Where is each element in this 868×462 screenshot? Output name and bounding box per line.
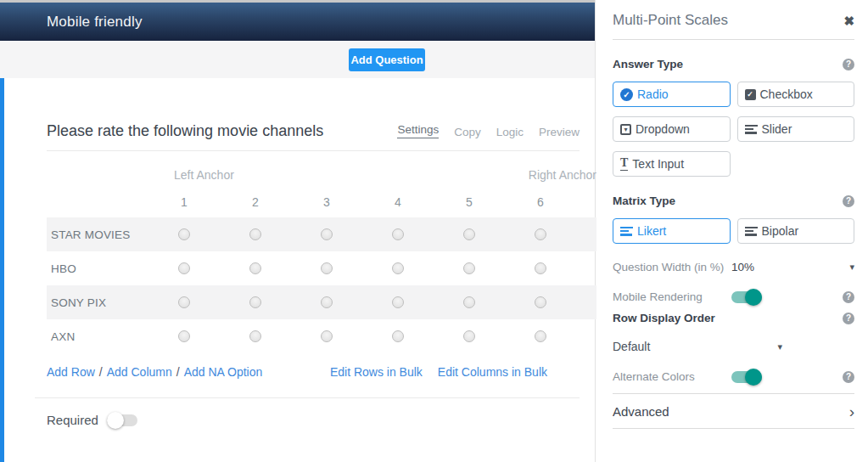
row-display-order-select[interactable]: Default ▾	[613, 340, 782, 353]
radio-button-icon[interactable]	[321, 330, 333, 342]
radio-button-icon[interactable]	[321, 228, 333, 240]
answer-type-text-input-button[interactable]: T Text Input	[613, 151, 731, 177]
matrix-type-likert-button[interactable]: Likert	[613, 218, 731, 244]
add-na-option-link[interactable]: Add NA Option	[184, 365, 263, 379]
option-label: Text Input	[632, 157, 684, 171]
chevron-right-icon: ›	[849, 403, 854, 420]
matrix-row-label: AXN	[47, 330, 148, 343]
radio-button-icon[interactable]	[178, 262, 190, 274]
matrix-type-bipolar-button[interactable]: Bipolar	[737, 218, 855, 244]
radio-button-icon[interactable]	[249, 228, 261, 240]
radio-button-icon[interactable]	[321, 262, 333, 274]
caret-down-icon[interactable]: ▾	[849, 262, 854, 273]
row-display-order-section-head: Row Display Order ?	[613, 312, 854, 324]
radio-button-icon[interactable]	[535, 296, 546, 308]
answer-type-checkbox-button[interactable]: ✓ Checkbox	[737, 82, 855, 107]
link-separator: /	[176, 365, 180, 379]
toggle-knob	[107, 412, 124, 429]
alternate-colors-label: Alternate Colors	[613, 370, 731, 383]
matrix-row-label: HBO	[47, 262, 148, 275]
radio-button-icon[interactable]	[249, 330, 261, 342]
matrix-row: HBO	[47, 251, 596, 285]
tab-preview[interactable]: Preview	[539, 126, 580, 138]
matrix-type-options: Likert Bipolar	[613, 218, 854, 244]
matrix-row: SONY PIX	[47, 285, 596, 319]
answer-type-section-head: Answer Type ?	[613, 58, 854, 70]
question-title[interactable]: Please rate the following movie channels	[47, 122, 323, 140]
radio-button-icon[interactable]	[178, 296, 190, 308]
radio-button-icon[interactable]	[178, 228, 190, 240]
mobile-rendering-toggle[interactable]	[731, 291, 762, 303]
radio-button-icon[interactable]	[463, 262, 475, 274]
settings-panel: Multi-Point Scales ✖ Answer Type ? ✓ Rad…	[595, 0, 868, 462]
radio-button-icon[interactable]	[392, 330, 404, 342]
matrix-column-header: 5	[466, 195, 473, 209]
matrix-type-section-head: Matrix Type ?	[613, 194, 854, 207]
question-tabs: Settings Copy Logic Preview	[397, 123, 580, 140]
matrix-column-header: 6	[537, 195, 544, 209]
matrix-row: STAR MOVIES	[47, 217, 596, 251]
radio-button-icon[interactable]	[321, 296, 333, 308]
advanced-label: Advanced	[613, 404, 669, 419]
alternate-colors-toggle[interactable]	[731, 371, 762, 383]
help-icon[interactable]: ?	[843, 291, 854, 303]
edit-rows-in-bulk-link[interactable]: Edit Rows in Bulk	[330, 365, 423, 379]
answer-type-slider-button[interactable]: Slider	[737, 116, 855, 142]
answer-type-dropdown-button[interactable]: ▾ Dropdown	[613, 116, 731, 142]
option-label: Bipolar	[762, 224, 799, 238]
question-header: Please rate the following movie channels…	[47, 122, 580, 140]
answer-type-radio-button[interactable]: ✓ Radio	[613, 82, 731, 107]
question-width-row: Question Width (in %) 10% ▾	[613, 261, 854, 273]
link-separator: /	[99, 365, 103, 379]
help-icon[interactable]: ?	[843, 313, 854, 324]
edit-columns-in-bulk-link[interactable]: Edit Columns in Bulk	[438, 365, 547, 379]
help-icon[interactable]: ?	[843, 371, 854, 383]
right-anchor-label: Right Anchor	[529, 168, 596, 182]
add-row-link[interactable]: Add Row	[47, 365, 95, 379]
matrix-column-header: 1	[181, 195, 188, 209]
check-circle-icon: ✓	[620, 88, 633, 101]
radio-button-icon[interactable]	[249, 262, 261, 274]
question-width-value[interactable]: 10%	[731, 261, 754, 273]
close-icon[interactable]: ✖	[843, 14, 854, 27]
footer-divider	[35, 397, 580, 398]
matrix-links-row: Add Row / Add Column / Add NA Option Edi…	[47, 365, 596, 379]
radio-button-icon[interactable]	[535, 330, 546, 342]
radio-button-icon[interactable]	[463, 296, 475, 308]
panel-divider	[613, 428, 854, 429]
tab-settings[interactable]: Settings	[397, 123, 439, 138]
radio-button-icon[interactable]	[392, 228, 404, 240]
add-column-link[interactable]: Add Column	[107, 365, 172, 379]
radio-button-icon[interactable]	[392, 296, 404, 308]
radio-button-icon[interactable]	[535, 262, 546, 274]
help-icon[interactable]: ?	[843, 195, 854, 207]
row-display-order-label: Row Display Order	[613, 312, 715, 324]
mobile-rendering-label: Mobile Rendering	[613, 290, 731, 303]
option-label: Likert	[637, 224, 666, 238]
option-label: Checkbox	[760, 87, 813, 101]
panel-title: Multi-Point Scales	[613, 12, 728, 29]
dropdown-icon: ▾	[620, 124, 631, 135]
advanced-section-toggle[interactable]: Advanced ›	[613, 394, 854, 428]
radio-button-icon[interactable]	[392, 262, 404, 274]
radio-button-icon[interactable]	[535, 228, 546, 240]
matrix-row: AXN	[47, 319, 596, 353]
required-label: Required	[47, 413, 98, 427]
add-question-button[interactable]: Add Question	[349, 48, 425, 71]
panel-divider	[613, 39, 854, 40]
radio-button-icon[interactable]	[463, 330, 475, 342]
matrix-column-header: 2	[252, 195, 259, 209]
survey-title: Mobile friendly	[47, 14, 143, 31]
tab-logic[interactable]: Logic	[496, 126, 524, 138]
radio-button-icon[interactable]	[463, 228, 475, 240]
tab-copy[interactable]: Copy	[454, 126, 481, 138]
matrix-anchors-row: Left Anchor Right Anchor	[47, 163, 596, 187]
help-icon[interactable]: ?	[843, 59, 854, 70]
radio-button-icon[interactable]	[178, 330, 190, 342]
required-toggle[interactable]	[107, 414, 137, 426]
radio-button-icon[interactable]	[249, 296, 261, 308]
bipolar-icon	[745, 227, 758, 236]
app-root: Mobile friendly Add Question Please rate…	[0, 0, 868, 462]
alternate-colors-row: Alternate Colors ?	[613, 370, 854, 383]
matrix-column-header-row: 1 2 3 4 5 6	[47, 187, 596, 217]
